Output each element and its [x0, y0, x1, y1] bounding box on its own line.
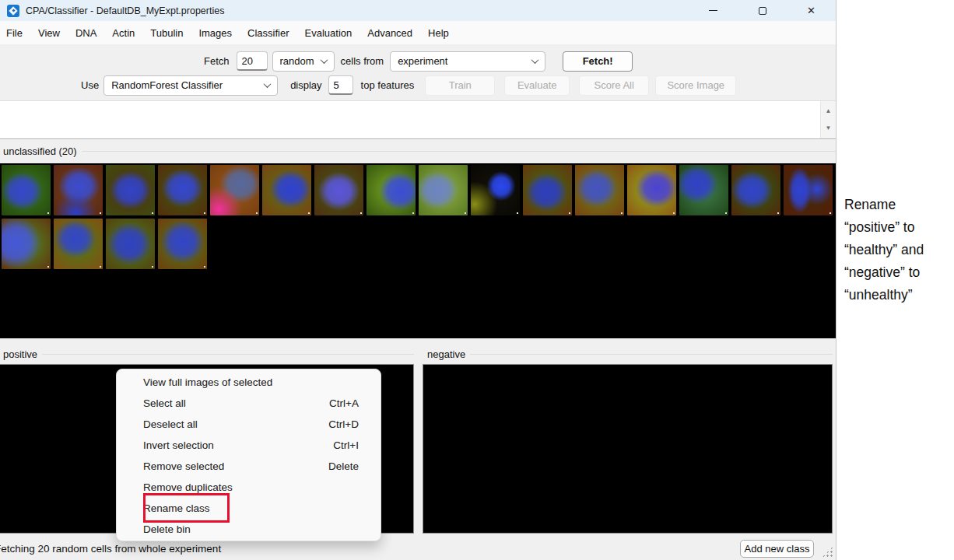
- fetch-button[interactable]: Fetch!: [563, 51, 633, 72]
- context-menu-item-delete-bin[interactable]: Delete bin: [117, 519, 381, 540]
- toolbar: Fetch random cells from experiment Fetch…: [0, 44, 836, 100]
- cell-image-6[interactable]: [262, 165, 311, 215]
- context-menu-shortcut: Delete: [328, 460, 359, 472]
- context-menu-item-rename-class[interactable]: Rename class: [117, 498, 381, 519]
- cell-image-9[interactable]: [419, 165, 468, 215]
- cell-image-7[interactable]: [314, 165, 363, 215]
- context-menu-item-select-all[interactable]: Select allCtrl+A: [117, 393, 381, 414]
- context-menu-item-label: Deselect all: [143, 418, 198, 430]
- scroll-up-icon[interactable]: ▲: [822, 103, 835, 118]
- maximize-icon: [759, 7, 766, 15]
- cell-image-1[interactable]: [2, 165, 51, 215]
- cell-image-3[interactable]: [106, 165, 155, 215]
- evaluate-button[interactable]: Evaluate: [504, 75, 570, 96]
- context-menu-item-invert-selection[interactable]: Invert selectionCtrl+I: [117, 435, 381, 456]
- cell-image-8[interactable]: [367, 165, 416, 215]
- context-menu-shortcut: Ctrl+A: [329, 397, 359, 409]
- cell-image-18[interactable]: [54, 219, 103, 269]
- menubar-item-view[interactable]: View: [37, 26, 61, 40]
- negative-bin-label: negative: [427, 348, 465, 360]
- menubar-item-tubulin[interactable]: Tubulin: [149, 26, 184, 40]
- cell-image-12[interactable]: [575, 165, 624, 215]
- cell-image-5[interactable]: [210, 165, 259, 215]
- context-menu-item-label: Remove duplicates: [143, 481, 233, 493]
- context-menu-item-deselect-all[interactable]: Deselect allCtrl+D: [117, 414, 381, 435]
- app-window: CPA/Classifier - DefaultDB_MyExpt.proper…: [0, 0, 837, 560]
- add-new-class-button[interactable]: Add new class: [740, 540, 814, 558]
- divider: [82, 151, 836, 152]
- rules-panel: ▲ ▼: [0, 100, 836, 139]
- context-menu-shortcut: Ctrl+D: [328, 418, 359, 430]
- menubar-item-help[interactable]: Help: [426, 26, 451, 40]
- divider: [470, 354, 833, 355]
- cell-image-2[interactable]: [54, 165, 103, 215]
- context-menu-item-label: Invert selection: [143, 439, 214, 451]
- cell-image-15[interactable]: [731, 165, 780, 215]
- classifier-value: RandomForest Classifier: [111, 79, 223, 91]
- menubar-item-evaluation[interactable]: Evaluation: [303, 26, 354, 40]
- context-menu-item-label: Select all: [143, 397, 186, 409]
- resize-grip-icon[interactable]: [822, 546, 833, 558]
- window-title: CPA/Classifier - DefaultDB_MyExpt.proper…: [26, 5, 224, 16]
- maximize-button[interactable]: [738, 0, 787, 21]
- display-count-input[interactable]: [328, 75, 353, 95]
- title-bar: CPA/Classifier - DefaultDB_MyExpt.proper…: [0, 0, 836, 21]
- negative-bin[interactable]: [423, 364, 833, 534]
- context-menu-item-label: Remove selected: [143, 460, 224, 472]
- unclassified-bin[interactable]: [0, 163, 836, 338]
- classifier-dropdown[interactable]: RandomForest Classifier: [103, 75, 278, 96]
- context-menu-item-label: View full images of selected: [143, 376, 272, 388]
- minimize-button[interactable]: [689, 0, 738, 21]
- menu-bar: FileViewDNAActinTubulinImagesClassifierE…: [0, 21, 836, 44]
- fetch-method-value: random: [280, 55, 314, 67]
- context-menu-item-remove-duplicates[interactable]: Remove duplicates: [117, 477, 381, 498]
- context-menu-item-label: Rename class: [143, 502, 210, 514]
- cell-image-4[interactable]: [158, 165, 207, 215]
- cell-image-20[interactable]: [158, 219, 207, 269]
- cells-from-label: cells from: [341, 55, 384, 67]
- fetch-label: Fetch: [204, 55, 230, 67]
- menubar-item-advanced[interactable]: Advanced: [366, 26, 414, 40]
- fetch-method-dropdown[interactable]: random: [272, 51, 335, 72]
- chevron-down-icon: [320, 56, 328, 64]
- cell-image-10[interactable]: [471, 165, 520, 215]
- menubar-item-images[interactable]: Images: [197, 26, 233, 40]
- chevron-down-icon: [264, 80, 272, 88]
- cell-image-16[interactable]: [784, 165, 833, 215]
- fetch-source-value: experiment: [398, 55, 447, 67]
- menubar-item-dna[interactable]: DNA: [74, 26, 98, 40]
- rules-content: [0, 101, 820, 138]
- context-menu-item-label: Delete bin: [143, 523, 191, 535]
- divider: [42, 354, 414, 355]
- train-button[interactable]: Train: [425, 75, 495, 96]
- score-image-button[interactable]: Score Image: [655, 75, 736, 96]
- unclassified-label: unclassified (20): [3, 145, 77, 157]
- context-menu-shortcut: Ctrl+I: [333, 439, 359, 451]
- context-menu-item-remove-selected[interactable]: Remove selectedDelete: [117, 456, 381, 477]
- positive-bin-label: positive: [3, 348, 37, 360]
- negative-bin-section: negative: [423, 348, 833, 534]
- cell-image-13[interactable]: [627, 165, 676, 215]
- use-label: Use: [81, 79, 99, 91]
- fetch-row: Fetch random cells from experiment Fetch…: [0, 49, 836, 73]
- menubar-item-actin[interactable]: Actin: [110, 26, 136, 40]
- fetch-source-dropdown[interactable]: experiment: [390, 51, 545, 72]
- unclassified-header: unclassified (20): [0, 139, 836, 163]
- close-button[interactable]: ✕: [787, 0, 836, 21]
- app-icon: [7, 5, 19, 17]
- cell-image-17[interactable]: [2, 219, 51, 269]
- scrollbar: ▲ ▼: [820, 101, 836, 138]
- status-text: Fetching 20 random cells from whole expe…: [0, 543, 221, 555]
- menubar-item-file[interactable]: File: [5, 26, 24, 40]
- cell-image-19[interactable]: [106, 219, 155, 269]
- score-all-button[interactable]: Score All: [579, 75, 649, 96]
- fetch-count-input[interactable]: [237, 51, 268, 71]
- cell-image-14[interactable]: [679, 165, 728, 215]
- window-controls: ✕: [689, 0, 836, 21]
- menubar-item-classifier[interactable]: Classifier: [246, 26, 290, 40]
- classifier-row: Use RandomForest Classifier display top …: [0, 73, 836, 97]
- context-menu-item-view-full-images-of-selected[interactable]: View full images of selected: [117, 372, 381, 393]
- cell-image-11[interactable]: [523, 165, 572, 215]
- top-features-label: top features: [361, 79, 415, 91]
- scroll-down-icon[interactable]: ▼: [822, 120, 835, 135]
